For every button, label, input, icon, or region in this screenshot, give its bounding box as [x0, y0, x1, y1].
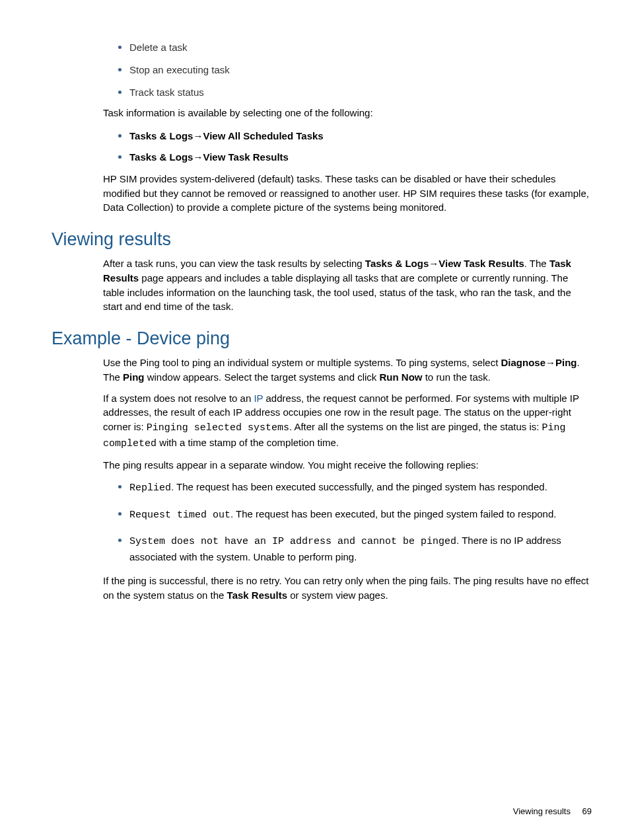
footer-section-title: Viewing results — [513, 806, 571, 816]
path-suffix: Ping — [555, 357, 577, 368]
text: . The request has been executed, but the… — [230, 508, 556, 519]
example-paragraph-2: If a system does not resolve to an IP ad… — [103, 391, 592, 451]
task-info-intro: Task information is available by selecti… — [103, 106, 592, 120]
arrow-icon: → — [193, 151, 203, 163]
mono-text: Replied — [129, 482, 171, 494]
bold-text: Task Results — [227, 590, 287, 601]
path-prefix: Tasks & Logs — [129, 130, 193, 141]
text: . The — [524, 258, 549, 269]
list-item: Tasks & Logs→View All Scheduled Tasks — [129, 127, 592, 144]
task-info-paths-list: Tasks & Logs→View All Scheduled Tasks Ta… — [103, 127, 592, 165]
list-item: System does not have an IP address and c… — [129, 532, 592, 565]
path-prefix: Tasks & Logs — [365, 258, 429, 269]
text: or system view pages. — [287, 590, 388, 601]
page-container: Delete a task Stop an executing task Tra… — [0, 0, 630, 840]
mono-text: System does not have an IP address and c… — [129, 536, 456, 547]
text: Use the Ping tool to ping an individual … — [103, 357, 501, 368]
list-item: Tasks & Logs→View Task Results — [129, 148, 592, 165]
example-paragraph-1: Use the Ping tool to ping an individual … — [103, 356, 592, 385]
path-prefix: Diagnose — [501, 357, 546, 368]
path-prefix: Tasks & Logs — [129, 151, 193, 163]
text: window appears. Select the target system… — [145, 371, 380, 383]
text: with a time stamp of the completion time… — [157, 437, 339, 448]
arrow-icon: → — [429, 258, 438, 269]
mono-text: Pinging selected systems — [147, 422, 289, 434]
system-delivered-paragraph: HP SIM provides system-delivered (defaul… — [103, 172, 592, 215]
text: page appears and includes a table displa… — [103, 272, 571, 313]
bold-text: Ping — [123, 371, 145, 383]
mono-text: Request timed out — [129, 510, 230, 521]
text: . After all the systems on the list are … — [289, 421, 542, 432]
page-footer: Viewing results 69 — [513, 806, 592, 816]
list-item: Request timed out. The request has been … — [129, 506, 592, 523]
task-actions-list: Delete a task Stop an executing task Tra… — [103, 38, 592, 100]
text: If a system does not resolve to an — [103, 393, 254, 404]
ping-replies-list: Replied. The request has been executed s… — [103, 478, 592, 564]
ip-link[interactable]: IP — [254, 393, 263, 404]
page-number: 69 — [582, 806, 592, 816]
list-item: Delete a task — [129, 38, 592, 56]
arrow-icon: → — [545, 357, 555, 368]
heading-viewing-results: Viewing results — [52, 229, 592, 250]
list-item: Track task status — [129, 83, 592, 100]
heading-example-device-ping: Example - Device ping — [52, 328, 592, 349]
viewing-results-paragraph: After a task runs, you can view the task… — [103, 256, 592, 314]
text: . The request has been executed successf… — [171, 481, 547, 492]
bold-text: Run Now — [380, 371, 423, 383]
path-suffix: View All Scheduled Tasks — [203, 130, 323, 141]
path-suffix: View Task Results — [438, 258, 524, 269]
path-suffix: View Task Results — [203, 151, 289, 163]
list-item: Replied. The request has been executed s… — [129, 478, 592, 496]
final-paragraph: If the ping is successful, there is no r… — [103, 574, 592, 603]
example-paragraph-3: The ping results appear in a separate wi… — [103, 458, 592, 473]
text: After a task runs, you can view the task… — [103, 258, 365, 269]
list-item: Stop an executing task — [129, 61, 592, 78]
content-block: Delete a task Stop an executing task Tra… — [103, 38, 592, 603]
arrow-icon: → — [193, 130, 203, 141]
text: to run the task. — [423, 371, 491, 383]
